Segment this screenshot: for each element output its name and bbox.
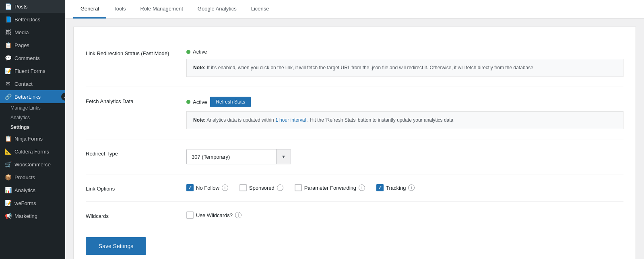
tab-license[interactable]: License bbox=[244, 0, 277, 19]
pages-icon: 📋 bbox=[5, 42, 11, 48]
wildcards-item: Use Wildcards? i bbox=[186, 211, 617, 219]
sidebar-item-betterlinks[interactable]: 🔗 BetterLinks ◀ bbox=[0, 90, 65, 103]
tracking-info-icon[interactable]: i bbox=[408, 184, 415, 191]
no-follow-info-icon[interactable]: i bbox=[222, 184, 228, 191]
sidebar-item-fluent-forms[interactable]: 📝 Fluent Forms bbox=[0, 64, 65, 77]
media-icon: 🖼 bbox=[5, 29, 11, 35]
sidebar-item-caldera-forms[interactable]: 📐 Caldera Forms bbox=[0, 145, 65, 158]
sidebar-submenu-settings[interactable]: Settings bbox=[0, 122, 65, 132]
sidebar: 📄 Posts 📘 BetterDocs 🖼 Media 📋 Pages 💬 C… bbox=[0, 0, 65, 259]
dropdown-arrow-icon[interactable]: ▼ bbox=[276, 149, 291, 164]
link-redirection-control: Active Note: If it's enabled, when you c… bbox=[186, 49, 623, 77]
redirect-type-row: Redirect Type 307 (Temporary) ▼ bbox=[86, 139, 623, 174]
redirect-type-label: Redirect Type bbox=[86, 149, 174, 157]
sidebar-item-pages[interactable]: 📋 Pages bbox=[0, 39, 65, 52]
marketing-icon: 📢 bbox=[5, 213, 11, 219]
sidebar-item-weforms[interactable]: 📝 weForms bbox=[0, 197, 65, 209]
link-redirection-row: Link Redirection Status (Fast Mode) Acti… bbox=[86, 39, 623, 87]
wildcards-checkbox-label: Use Wildcards? bbox=[196, 212, 233, 218]
wildcards-info-icon[interactable]: i bbox=[235, 212, 242, 218]
save-settings-button[interactable]: Save Settings bbox=[86, 237, 146, 255]
sidebar-item-comments[interactable]: 💬 Comments bbox=[0, 52, 65, 64]
tab-general[interactable]: General bbox=[73, 0, 106, 19]
wildcards-control: Use Wildcards? i bbox=[186, 211, 623, 219]
woocommerce-icon: 🛒 bbox=[5, 161, 11, 168]
sidebar-submenu-manage-links[interactable]: Manage Links bbox=[0, 103, 65, 113]
betterdocs-icon: 📘 bbox=[5, 16, 11, 23]
weforms-icon: 📝 bbox=[5, 200, 11, 206]
no-follow-label: No Follow bbox=[196, 185, 219, 191]
parameter-forwarding-info-icon[interactable]: i bbox=[359, 184, 365, 191]
sponsored-label: Sponsored bbox=[249, 185, 275, 191]
tab-tools[interactable]: Tools bbox=[106, 0, 133, 19]
ninja-forms-icon: 📋 bbox=[5, 135, 11, 142]
caldera-forms-icon: 📐 bbox=[5, 148, 11, 155]
sidebar-item-contact[interactable]: ✉ Contact bbox=[0, 77, 65, 90]
link-options-control: No Follow i Sponsored i Parameter Forwar… bbox=[186, 184, 623, 191]
betterlinks-submenu: Manage Links Analytics Settings bbox=[0, 103, 65, 132]
link-redirection-note: Note: If it's enabled, when you click on… bbox=[186, 59, 623, 77]
tab-google-analytics[interactable]: Google Analytics bbox=[190, 0, 244, 19]
link-redirection-label: Link Redirection Status (Fast Mode) bbox=[86, 49, 174, 56]
redirect-type-dropdown[interactable]: 307 (Temporary) ▼ bbox=[186, 149, 291, 164]
sidebar-item-media[interactable]: 🖼 Media bbox=[0, 26, 65, 39]
sidebar-submenu-analytics[interactable]: Analytics bbox=[0, 113, 65, 122]
wildcards-checkbox[interactable] bbox=[186, 211, 194, 219]
active-dot-redirection bbox=[186, 50, 190, 54]
sponsored-checkbox[interactable] bbox=[239, 184, 247, 191]
active-dot-analytics bbox=[186, 100, 190, 104]
parameter-forwarding-label: Parameter Forwarding bbox=[304, 185, 356, 191]
sponsored-info-icon[interactable]: i bbox=[277, 184, 283, 191]
sidebar-collapse-arrow[interactable]: ◀ bbox=[61, 93, 65, 101]
fluent-forms-icon: 📝 bbox=[5, 68, 11, 74]
tab-bar: General Tools Role Management Google Ana… bbox=[65, 0, 644, 19]
link-options-label: Link Options bbox=[86, 184, 174, 192]
settings-panel: Link Redirection Status (Fast Mode) Acti… bbox=[73, 27, 636, 259]
contact-icon: ✉ bbox=[5, 81, 11, 87]
sidebar-item-marketing[interactable]: 📢 Marketing bbox=[0, 209, 65, 222]
link-redirection-status: Active bbox=[186, 49, 207, 55]
parameter-forwarding-checkbox[interactable] bbox=[295, 184, 302, 191]
tracking-item: Tracking i bbox=[376, 184, 415, 191]
redirect-type-control: 307 (Temporary) ▼ bbox=[186, 149, 623, 164]
fetch-analytics-row: Fetch Analytics Data Active Refresh Stat… bbox=[86, 87, 623, 139]
no-follow-item: No Follow i bbox=[186, 184, 228, 191]
refresh-stats-button[interactable]: Refresh Stats bbox=[210, 97, 251, 107]
fetch-analytics-note: Note: Analytics data is updated within 1… bbox=[186, 111, 623, 129]
sidebar-item-posts[interactable]: 📄 Posts bbox=[0, 0, 65, 13]
tab-role-management[interactable]: Role Management bbox=[133, 0, 190, 19]
wildcards-label: Wildcards bbox=[86, 211, 174, 219]
fetch-analytics-active-row: Active Refresh Stats bbox=[186, 97, 623, 107]
sidebar-item-betterdocs[interactable]: 📘 BetterDocs bbox=[0, 13, 65, 26]
fetch-analytics-label: Fetch Analytics Data bbox=[86, 97, 174, 104]
wildcards-row: Wildcards Use Wildcards? i bbox=[86, 202, 623, 229]
sidebar-item-ninja-forms[interactable]: 📋 Ninja Forms bbox=[0, 132, 65, 145]
parameter-forwarding-item: Parameter Forwarding i bbox=[295, 184, 365, 191]
sidebar-item-woocommerce[interactable]: 🛒 WooCommerce bbox=[0, 158, 65, 171]
main-content: General Tools Role Management Google Ana… bbox=[65, 0, 644, 259]
fetch-analytics-control: Active Refresh Stats Note: Analytics dat… bbox=[186, 97, 623, 129]
sponsored-item: Sponsored i bbox=[239, 184, 283, 191]
posts-icon: 📄 bbox=[5, 3, 11, 10]
redirect-type-value: 307 (Temporary) bbox=[187, 151, 276, 163]
link-options-row: Link Options No Follow i Sponsored i bbox=[86, 174, 623, 202]
tracking-checkbox[interactable] bbox=[376, 184, 384, 191]
sidebar-item-products[interactable]: 📦 Products bbox=[0, 171, 65, 184]
comments-icon: 💬 bbox=[5, 55, 11, 61]
fetch-analytics-status: Active bbox=[186, 99, 207, 105]
save-settings-section: Save Settings bbox=[86, 229, 623, 255]
tracking-label: Tracking bbox=[386, 185, 406, 191]
products-icon: 📦 bbox=[5, 174, 11, 180]
betterlinks-icon: 🔗 bbox=[5, 93, 11, 100]
link-options-checkboxes: No Follow i Sponsored i Parameter Forwar… bbox=[186, 184, 623, 191]
no-follow-checkbox[interactable] bbox=[186, 184, 194, 191]
sidebar-item-analytics[interactable]: 📊 Analytics bbox=[0, 184, 65, 197]
analytics-icon: 📊 bbox=[5, 187, 11, 193]
